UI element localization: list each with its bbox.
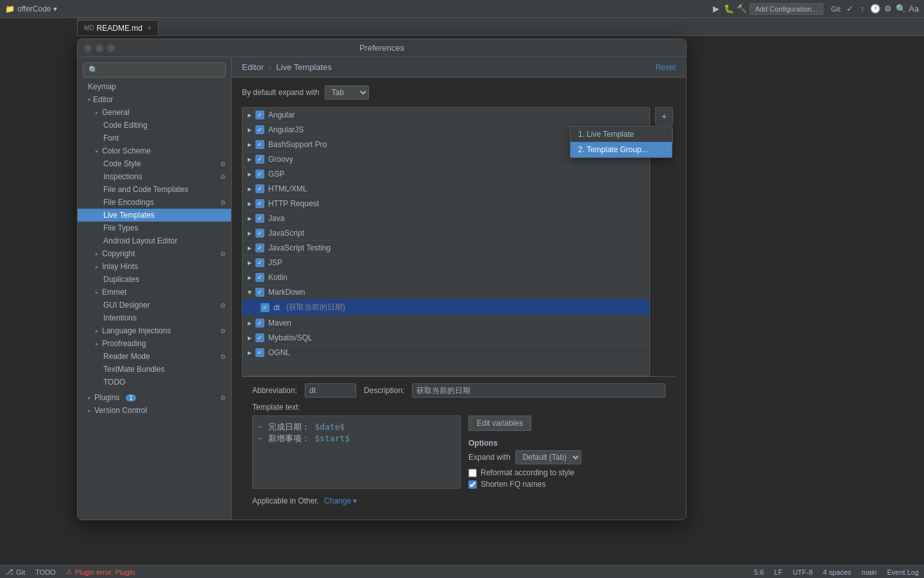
nav-editor[interactable]: ▾ Editor (78, 93, 231, 106)
template-text-editor[interactable]: − 完成日期： $date$ − 新增事项： $start$ (252, 416, 461, 489)
checkbox-javascript[interactable]: ✓ (255, 229, 264, 238)
project-label[interactable]: 📁 offerCode ▾ (5, 4, 57, 13)
nav-file-code-templates[interactable]: File and Code Templates (78, 183, 231, 196)
push-icon[interactable]: ↑ (857, 4, 868, 14)
template-group-java-header[interactable]: ▸ ✓ Java (243, 211, 649, 225)
shorten-checkbox[interactable] (468, 480, 477, 489)
template-group-mybatis-header[interactable]: ▸ ✓ Mybatis/SQL (243, 331, 649, 345)
checkmark-icon[interactable]: ✓ (844, 4, 855, 14)
template-group-gsp-header[interactable]: ▸ ✓ GSP (243, 167, 649, 181)
debug-icon[interactable]: 🐛 (724, 4, 734, 14)
nav-reader-mode[interactable]: Reader Mode ⚙ (78, 350, 231, 363)
nav-textmate[interactable]: TextMate Bundles (78, 363, 231, 376)
template-group-angular-header[interactable]: ▸ ✓ Angular (243, 108, 649, 122)
checkbox-groovy[interactable]: ✓ (255, 155, 264, 164)
status-branch[interactable]: main (862, 568, 877, 576)
nav-plugins[interactable]: ▸ Plugins 1 ⚙ (78, 391, 231, 404)
checkbox-js-testing[interactable]: ✓ (255, 243, 264, 252)
change-link[interactable]: Change ▾ (324, 496, 357, 505)
description-input[interactable] (412, 383, 665, 398)
nav-todo[interactable]: TODO (78, 376, 231, 389)
nav-color-scheme[interactable]: ▸ Color Scheme (78, 144, 231, 157)
nav-copyright[interactable]: ▸ Copyright ⚙ (78, 247, 231, 260)
template-item-dt[interactable]: ✓ dt (获取当前的日期) (243, 299, 649, 315)
nav-emmet[interactable]: ▸ Emmet (78, 286, 231, 299)
checkbox-html[interactable]: ✓ (255, 184, 264, 193)
checkbox-mybatis[interactable]: ✓ (255, 333, 264, 342)
template-group-html-header[interactable]: ▸ ✓ HTML/XML (243, 182, 649, 196)
status-todo[interactable]: TODO (35, 568, 56, 576)
checkbox-gsp[interactable]: ✓ (255, 170, 264, 179)
checkbox-maven[interactable]: ✓ (255, 319, 264, 328)
checkbox-java[interactable]: ✓ (255, 214, 264, 223)
preferences-search[interactable] (83, 62, 226, 78)
add-config-button[interactable]: Add Configuration... (749, 3, 823, 15)
nav-code-style[interactable]: Code Style ⚙ (78, 157, 231, 170)
settings-icon[interactable]: ⚙ (883, 4, 893, 14)
template-group-mybatis: ▸ ✓ Mybatis/SQL (243, 331, 649, 346)
expand-with-select[interactable]: Tab Enter Space (325, 85, 369, 100)
reformat-checkbox[interactable] (468, 469, 477, 477)
nav-font[interactable]: Font (78, 132, 231, 144)
tab-close-button[interactable]: × (148, 24, 151, 31)
status-position: 5:6 (754, 568, 764, 576)
nav-language-injections[interactable]: ▸ Language Injections ⚙ (78, 324, 231, 337)
nav-general[interactable]: ▸ General (78, 106, 231, 119)
search-icon[interactable]: 🔍 (896, 4, 906, 14)
checkbox-kotlin[interactable]: ✓ (255, 273, 264, 282)
translate-icon[interactable]: Aa (909, 4, 919, 14)
template-group-js-testing-header[interactable]: ▸ ✓ JavaScript Testing (243, 241, 649, 255)
status-git[interactable]: ⎇ Git (5, 568, 25, 576)
nav-file-encodings[interactable]: File Encodings ⚙ (78, 196, 231, 209)
template-group-ognl-header[interactable]: ▸ ✓ OGNL (243, 346, 649, 360)
description-label: Description: (364, 386, 404, 395)
checkbox-angular[interactable]: ✓ (255, 110, 264, 119)
checkbox-markdown[interactable]: ✓ (255, 288, 264, 297)
maximize-traffic-light[interactable] (107, 44, 115, 52)
dropdown-live-template[interactable]: 1. Live Template (570, 127, 672, 142)
checkbox-bash[interactable]: ✓ (255, 140, 264, 149)
status-event-log[interactable]: Event Log (887, 568, 919, 576)
nav-code-editing[interactable]: Code Editing (78, 119, 231, 132)
nav-gui-designer[interactable]: GUI Designer ⚙ (78, 299, 231, 311)
template-group-javascript-header[interactable]: ▸ ✓ JavaScript (243, 226, 649, 240)
reset-button[interactable]: Reset (656, 63, 676, 72)
status-encoding[interactable]: UTF-8 (792, 568, 812, 576)
abbreviation-row: Abbreviation: Description: (252, 383, 665, 398)
checkbox-http[interactable]: ✓ (255, 199, 264, 208)
template-group-http-header[interactable]: ▸ ✓ HTTP Request (243, 197, 649, 211)
options-expand-select[interactable]: Default (Tab) Tab Enter (515, 450, 581, 464)
tab-readme[interactable]: MD README.md × (77, 20, 158, 35)
minimize-traffic-light[interactable] (96, 44, 103, 52)
checkbox-angularjs[interactable]: ✓ (255, 125, 264, 134)
nav-android-layout[interactable]: Android Layout Editor (78, 234, 231, 247)
checkbox-jsp[interactable]: ✓ (255, 258, 264, 267)
history-icon[interactable]: 🕐 (870, 4, 880, 14)
template-group-markdown-header[interactable]: ▾ ✓ MarkDown (243, 285, 649, 299)
nav-duplicates[interactable]: Duplicates (78, 273, 231, 286)
template-group-kotlin-header[interactable]: ▸ ✓ Kotlin (243, 270, 649, 285)
checkbox-dt[interactable]: ✓ (261, 303, 270, 312)
preferences-content-header: Editor › Live Templates Reset (232, 57, 686, 78)
nav-inspections[interactable]: Inspections ⚙ (78, 170, 231, 183)
close-traffic-light[interactable] (84, 44, 92, 52)
build-icon[interactable]: 🔨 (737, 4, 747, 14)
status-line-ending: LF (774, 568, 783, 576)
nav-live-templates[interactable]: Live Templates (78, 209, 231, 222)
checkbox-ognl[interactable]: ✓ (255, 348, 264, 357)
nav-file-types[interactable]: File Types (78, 222, 231, 234)
template-group-jsp-header[interactable]: ▸ ✓ JSP (243, 256, 649, 270)
template-group-maven-header[interactable]: ▸ ✓ Maven (243, 316, 649, 330)
abbreviation-input[interactable] (305, 383, 356, 398)
dropdown-template-group[interactable]: 2. Template Group... (570, 142, 672, 157)
status-indent[interactable]: 4 spaces (823, 568, 851, 576)
nav-inlay-hints[interactable]: ▸ Inlay Hints (78, 260, 231, 273)
nav-keymap[interactable]: Keymap (78, 80, 231, 93)
edit-variables-button[interactable]: Edit variables (468, 416, 531, 431)
add-template-button[interactable]: + 1. Live Template 2. Template Group... (655, 107, 673, 125)
nav-intentions[interactable]: Intentions (78, 311, 231, 324)
run-icon[interactable]: ▶ (711, 4, 721, 14)
nav-version-control[interactable]: ▸ Version Control (78, 404, 231, 417)
dropdown-arrow: ▾ (53, 4, 57, 13)
nav-proofreading[interactable]: ▸ Proofreading (78, 337, 231, 350)
